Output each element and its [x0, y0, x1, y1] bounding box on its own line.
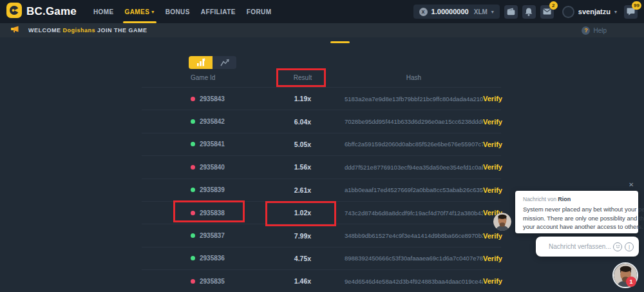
- table-row: 29358392.61xa1bb0eaaf17ed4527669f2a0bba8…: [142, 179, 501, 202]
- bell-icon: [525, 8, 533, 16]
- status-dot-green: [191, 233, 195, 238]
- main-nav: HOMEGAMES▾BONUSAFFILIATEFORUM: [93, 0, 271, 23]
- game-id: 2935836: [200, 255, 225, 262]
- verify-link[interactable]: Verify: [483, 163, 501, 171]
- mail-icon: [543, 8, 551, 15]
- game-id: 2935841: [200, 141, 225, 148]
- game-id-cell: 2935838: [142, 209, 261, 217]
- user-avatar: [562, 6, 574, 18]
- game-id: 2935842: [200, 118, 225, 125]
- mail-badge: 2: [549, 1, 558, 10]
- chat-badge: 99: [632, 1, 641, 10]
- wallet-button[interactable]: [504, 5, 518, 19]
- topbar-right: x 1.00000000 XLM ▾: [413, 5, 638, 19]
- welcome-username: Dogishans: [63, 27, 96, 34]
- chat-message-input[interactable]: [549, 243, 613, 250]
- active-tab-indicator: [330, 41, 350, 43]
- game-id: 2935835: [200, 278, 225, 285]
- brand-title: BC.Game: [26, 5, 77, 18]
- user-menu[interactable]: svenjatzu ▾: [562, 6, 617, 18]
- game-id-cell: 2935836: [142, 255, 261, 262]
- help-link[interactable]: ? Help: [582, 26, 607, 35]
- game-id-cell: 2935843: [142, 95, 261, 102]
- table-row: 29358364.75x8988392450666c53f30afaaaea69…: [142, 248, 501, 270]
- column-header-hash: Hash: [345, 74, 483, 81]
- table-row: 29358415.05x6bffc2a59159d2060d0abc85f526…: [142, 133, 501, 156]
- result-value: 4.75x: [261, 255, 345, 262]
- status-dot-green: [191, 142, 195, 146]
- welcome-bar: WELCOME Dogishans JOIN THE GAME ? Help: [0, 23, 644, 37]
- balance-selector[interactable]: x 1.00000000 XLM ▾: [413, 5, 500, 19]
- close-icon[interactable]: ✕: [629, 181, 634, 188]
- info-icon[interactable]: |: [625, 242, 634, 251]
- notifications-button[interactable]: [522, 5, 536, 19]
- verify-link[interactable]: Verify: [483, 277, 501, 285]
- result-value: 1.19x: [261, 95, 345, 102]
- game-id-cell: 2935837: [142, 232, 261, 239]
- mail-button[interactable]: 2: [540, 5, 554, 19]
- trend-view-button[interactable]: [213, 56, 236, 69]
- chat-button[interactable]: 99: [624, 5, 638, 19]
- status-dot-red: [191, 279, 195, 284]
- status-dot-green: [191, 188, 195, 192]
- verify-link[interactable]: Verify: [483, 118, 501, 126]
- nav-item-games[interactable]: GAMES▾: [125, 0, 155, 23]
- welcome-suffix: JOIN THE GAME: [95, 27, 147, 34]
- chevron-down-icon: ▾: [491, 9, 494, 15]
- result-value: 1.56x: [261, 163, 345, 171]
- verify-link[interactable]: Verify: [483, 186, 501, 194]
- game-history-table: Game Id Result Hash 29358431.19x5183a2ea…: [142, 68, 501, 292]
- nav-item-home[interactable]: HOME: [93, 0, 114, 23]
- currency-label: XLM: [474, 8, 488, 15]
- column-header-game-id: Game Id: [142, 74, 261, 81]
- chat-unread-badge: 1: [626, 277, 636, 287]
- table-row: 29358401.56xddd7f521e87769103ecf94ea35da…: [142, 156, 501, 179]
- verify-link[interactable]: Verify: [483, 95, 501, 102]
- status-dot-red: [191, 97, 195, 101]
- result-value: 1.46x: [261, 277, 345, 285]
- chat-message-line: your account have another access to othe…: [523, 222, 630, 231]
- table-view-button[interactable]: [189, 56, 213, 69]
- status-dot-green: [191, 256, 195, 260]
- chat-sender-name: Rion: [558, 196, 571, 202]
- nav-item-affiliate[interactable]: AFFILIATE: [201, 0, 236, 23]
- nav-item-label: HOME: [93, 8, 114, 15]
- nav-item-bonus[interactable]: BONUS: [166, 0, 190, 23]
- game-id: 2935837: [200, 232, 225, 239]
- history-view-toggle: [189, 56, 236, 69]
- chevron-down-icon: ▾: [151, 9, 154, 15]
- chat-from-label: Nachricht von: [523, 196, 556, 202]
- bc-game-page: BC.Game HOMEGAMES▾BONUSAFFILIATEFORUM x …: [0, 0, 644, 292]
- avatar: [493, 213, 511, 231]
- trend-chart-icon: [220, 59, 229, 66]
- column-header-result: Result: [261, 74, 345, 81]
- game-id-cell: 2935839: [142, 186, 261, 193]
- chevron-down-icon: ▾: [614, 9, 617, 15]
- nav-item-forum[interactable]: FORUM: [247, 0, 272, 23]
- verify-link[interactable]: Verify: [483, 255, 501, 262]
- coin-icon: x: [419, 8, 428, 16]
- brand-logo[interactable]: BC.Game: [6, 3, 77, 21]
- verify-link[interactable]: Verify: [483, 232, 501, 240]
- game-id: 2935838: [200, 209, 225, 217]
- status-dot-red: [191, 211, 195, 215]
- chat-sender-avatar[interactable]: [493, 213, 511, 231]
- table-row: 29358377.99x348bb9db61527e4c9f3e4a1414d9…: [142, 224, 501, 247]
- chat-message-header: Nachricht von Rion: [523, 196, 630, 202]
- status-dot-red: [191, 165, 195, 170]
- megaphone-icon: [10, 24, 19, 36]
- result-value: 1.02x: [261, 209, 345, 217]
- nav-item-label: FORUM: [247, 8, 272, 15]
- help-icon: ?: [582, 26, 590, 35]
- verify-link[interactable]: Verify: [483, 141, 501, 148]
- welcome-message: WELCOME Dogishans JOIN THE GAME: [28, 27, 147, 34]
- bar-chart-icon: [196, 59, 205, 66]
- help-label: Help: [593, 27, 607, 34]
- table-header-row: Game Id Result Hash: [142, 68, 501, 87]
- hash-value: 8988392450666c53f30afaaaea69c1d6a7c0407e…: [345, 255, 483, 262]
- game-id-cell: 2935842: [142, 118, 261, 125]
- nav-item-label: BONUS: [166, 8, 190, 15]
- hash-value: 348bb9db61527e4c9f3e4a1414d9b8ba66ce8970…: [345, 232, 483, 239]
- table-row: 29358431.19x5183a2ea7e9d8e13fb79bbf21bc9…: [142, 88, 501, 110]
- emoji-icon[interactable]: [613, 242, 622, 251]
